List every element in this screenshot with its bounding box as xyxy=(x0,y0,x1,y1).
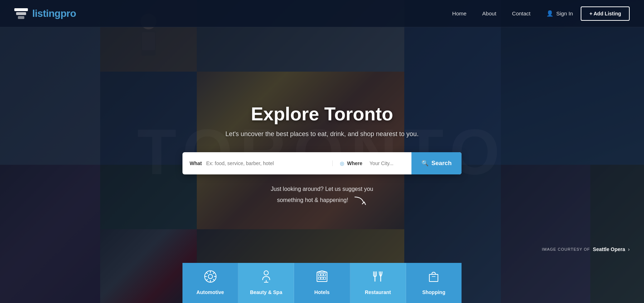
hero-title: Explore Toronto xyxy=(251,103,393,125)
beauty-spa-icon xyxy=(260,270,273,286)
nav-signin[interactable]: 👤 Sign In xyxy=(538,0,581,27)
user-icon: 👤 xyxy=(546,10,553,17)
nav-contact[interactable]: Contact xyxy=(504,0,538,27)
category-hotels[interactable]: Hotels xyxy=(294,263,350,303)
suggestion-line1: Just looking around? Let us suggest you xyxy=(271,186,373,192)
svg-line-12 xyxy=(206,279,208,281)
image-courtesy-arrow: › xyxy=(628,246,630,252)
svg-line-10 xyxy=(213,279,214,281)
add-listing-button[interactable]: + Add Listing xyxy=(581,6,630,21)
beauty-spa-label: Beauty & Spa xyxy=(250,289,282,295)
logo-link[interactable]: listingpro xyxy=(14,8,76,19)
search-icon: 🔍 xyxy=(421,160,429,167)
signin-label: Sign In xyxy=(556,10,573,16)
navbar: listingpro Home About Contact 👤 Sign In … xyxy=(0,0,644,27)
suggestion-text: Just looking around? Let us suggest you … xyxy=(271,184,373,208)
image-courtesy-prefix: IMAGE COURTESY OF xyxy=(542,247,590,251)
category-tiles: Automotive Beauty & Spa xyxy=(182,263,462,303)
logo-text-accent: pro xyxy=(60,8,76,19)
shopping-icon xyxy=(427,270,440,286)
svg-rect-17 xyxy=(318,274,321,276)
logo-text-main: listing xyxy=(32,8,60,19)
suggestion-arrow xyxy=(353,193,367,208)
search-where-label: Where xyxy=(347,160,362,166)
svg-line-9 xyxy=(206,272,208,274)
restaurant-icon xyxy=(371,270,384,286)
svg-rect-29 xyxy=(429,274,438,282)
logo-layer-3 xyxy=(18,16,24,19)
image-courtesy-brand: Seattle Opera xyxy=(593,246,625,252)
svg-rect-22 xyxy=(323,277,326,279)
logo-icon xyxy=(14,8,28,19)
restaurant-label: Restaurant xyxy=(365,289,391,295)
category-automotive[interactable]: Automotive xyxy=(182,263,238,303)
suggestion-line2: something hot & happening! xyxy=(277,197,348,203)
svg-point-13 xyxy=(264,271,268,275)
search-what-section: What xyxy=(182,160,333,166)
svg-rect-20 xyxy=(318,277,321,279)
nav-links: Home About Contact 👤 Sign In + Add Listi… xyxy=(444,0,630,27)
search-bar: What ◎ Where 🔍 Search xyxy=(182,152,462,174)
automotive-icon xyxy=(204,270,217,286)
search-where-section: ◎ Where xyxy=(333,160,411,166)
hero-subtitle: Let's uncover the best places to eat, dr… xyxy=(225,130,419,138)
shopping-label: Shopping xyxy=(422,289,445,295)
logo-text: listingpro xyxy=(32,8,76,19)
svg-line-11 xyxy=(213,272,214,274)
nav-about[interactable]: About xyxy=(474,0,504,27)
category-shopping[interactable]: Shopping xyxy=(406,263,462,303)
search-button-label: Search xyxy=(431,160,452,167)
category-beauty-spa[interactable]: Beauty & Spa xyxy=(238,263,294,303)
svg-rect-18 xyxy=(321,274,323,276)
search-what-label: What xyxy=(190,160,202,166)
logo-layer-1 xyxy=(14,8,28,11)
svg-rect-21 xyxy=(321,277,323,279)
automotive-label: Automotive xyxy=(196,289,224,295)
logo-layer-2 xyxy=(16,12,26,15)
hotels-label: Hotels xyxy=(314,289,330,295)
category-restaurant[interactable]: Restaurant xyxy=(350,263,406,303)
image-courtesy: IMAGE COURTESY OF Seattle Opera › xyxy=(542,246,630,252)
hotels-icon xyxy=(316,270,328,286)
svg-rect-19 xyxy=(323,274,326,276)
search-what-input[interactable] xyxy=(206,160,325,166)
hero-content: Explore Toronto Let's uncover the best p… xyxy=(0,27,644,284)
search-button[interactable]: 🔍 Search xyxy=(411,152,462,174)
location-icon: ◎ xyxy=(340,160,344,166)
svg-point-4 xyxy=(208,274,213,279)
nav-home[interactable]: Home xyxy=(444,0,474,27)
